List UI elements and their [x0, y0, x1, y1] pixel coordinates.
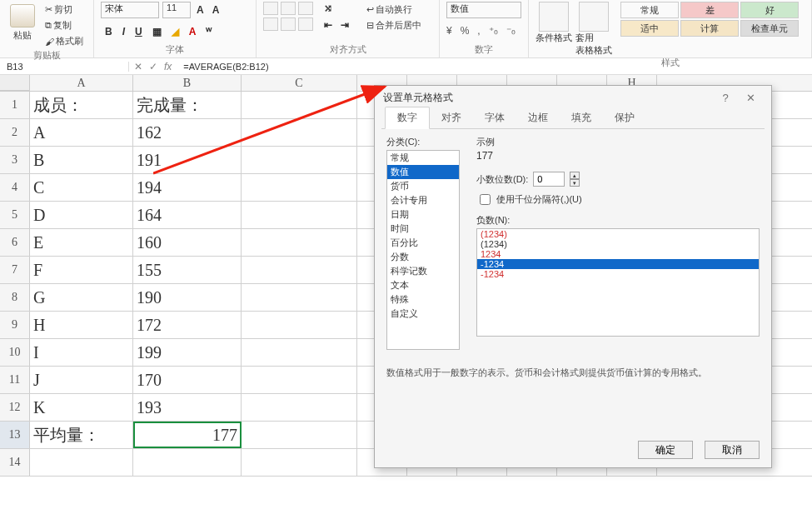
cell[interactable]: [242, 202, 357, 228]
category-item[interactable]: 日期: [387, 207, 459, 222]
font-name-select[interactable]: 宋体: [101, 2, 159, 18]
cell[interactable]: 177: [133, 422, 242, 448]
fill-color-button[interactable]: ◢: [169, 25, 182, 38]
decrease-decimal-button[interactable]: ⁻₀: [506, 25, 516, 37]
decimals-down-button[interactable]: ▾: [570, 179, 580, 187]
category-item[interactable]: 货币: [387, 179, 459, 193]
category-item[interactable]: 科学记数: [387, 264, 459, 278]
cell[interactable]: 172: [133, 312, 242, 338]
cell[interactable]: 成员：: [30, 92, 133, 118]
cell[interactable]: [242, 449, 357, 476]
negatives-list[interactable]: (1234)(1234)1234-1234-1234: [476, 228, 760, 337]
negative-format-item[interactable]: 1234: [477, 249, 759, 259]
cell[interactable]: 199: [133, 339, 242, 366]
font-color-button[interactable]: A: [187, 25, 199, 38]
cell[interactable]: K: [30, 394, 133, 421]
cell[interactable]: [242, 339, 357, 366]
underline-button[interactable]: U: [132, 25, 145, 38]
wrap-text-button[interactable]: ↩ 自动换行: [363, 2, 425, 17]
cell[interactable]: [242, 92, 357, 118]
cell[interactable]: [30, 449, 133, 476]
tab-对齐[interactable]: 对齐: [430, 107, 473, 128]
cell[interactable]: 平均量：: [30, 422, 133, 448]
number-format-select[interactable]: 数值: [446, 2, 521, 18]
cell[interactable]: C: [30, 174, 133, 201]
tab-填充[interactable]: 填充: [560, 107, 603, 128]
cell[interactable]: [242, 394, 357, 421]
comma-button[interactable]: ,: [477, 25, 480, 37]
select-all-corner[interactable]: [0, 75, 30, 91]
fx-icon[interactable]: fx: [164, 61, 172, 72]
category-item[interactable]: 会计专用: [387, 193, 459, 207]
cell[interactable]: 170: [133, 367, 242, 393]
column-header-C[interactable]: C: [242, 75, 357, 91]
orientation-button[interactable]: ⤭: [321, 2, 351, 15]
bold-button[interactable]: B: [102, 25, 115, 38]
align-center-button[interactable]: [281, 17, 296, 31]
cell[interactable]: H: [30, 312, 133, 338]
border-button[interactable]: ▦: [150, 25, 164, 38]
decimals-up-button[interactable]: ▴: [570, 172, 580, 179]
cancel-button[interactable]: 取消: [705, 441, 760, 459]
row-header[interactable]: 7: [0, 257, 30, 283]
italic-button[interactable]: I: [120, 25, 127, 38]
cell[interactable]: 191: [133, 147, 242, 173]
cell-style-normal[interactable]: 常规: [620, 2, 679, 18]
increase-indent-button[interactable]: ⇥: [338, 18, 351, 32]
tab-边框[interactable]: 边框: [516, 107, 560, 128]
category-item[interactable]: 百分比: [387, 236, 459, 250]
row-header[interactable]: 13: [0, 422, 30, 448]
cell[interactable]: [242, 367, 357, 393]
conditional-formatting-button[interactable]: 条件格式: [536, 2, 572, 44]
thousands-separator-checkbox[interactable]: [480, 194, 491, 205]
cell[interactable]: [242, 312, 357, 338]
row-header[interactable]: 4: [0, 174, 30, 201]
dialog-close-button[interactable]: ✕: [738, 92, 763, 104]
cell[interactable]: J: [30, 367, 133, 393]
cut-button[interactable]: ✂ 剪切: [42, 2, 87, 17]
cell[interactable]: D: [30, 202, 133, 228]
cell[interactable]: [242, 147, 357, 173]
cell[interactable]: 193: [133, 394, 242, 421]
cell[interactable]: 162: [133, 119, 242, 146]
row-header[interactable]: 11: [0, 367, 30, 393]
percent-button[interactable]: %: [461, 25, 470, 37]
negative-format-item[interactable]: -1234: [477, 259, 759, 269]
cell[interactable]: [242, 174, 357, 201]
align-right-button[interactable]: [298, 17, 313, 31]
column-header-B[interactable]: B: [133, 75, 242, 91]
column-header-A[interactable]: A: [30, 75, 133, 91]
align-bottom-button[interactable]: [298, 2, 313, 15]
cell[interactable]: 190: [133, 284, 242, 311]
cell[interactable]: [242, 422, 357, 448]
decimals-input[interactable]: [533, 172, 565, 187]
cell[interactable]: [242, 229, 357, 256]
row-header[interactable]: 10: [0, 339, 30, 366]
row-header[interactable]: 6: [0, 229, 30, 256]
font-size-select[interactable]: 11: [162, 2, 191, 18]
negative-format-item[interactable]: -1234: [477, 269, 759, 279]
cell[interactable]: [242, 119, 357, 146]
row-header[interactable]: 3: [0, 147, 30, 173]
cell[interactable]: 155: [133, 257, 242, 283]
formula-input[interactable]: =AVERAGE(B2:B12): [177, 62, 812, 72]
cell[interactable]: I: [30, 339, 133, 366]
cell[interactable]: E: [30, 229, 133, 256]
cell[interactable]: [242, 257, 357, 283]
increase-decimal-button[interactable]: ⁺₀: [489, 25, 498, 37]
paste-button[interactable]: 粘贴: [7, 2, 38, 44]
category-item[interactable]: 特殊: [387, 292, 459, 307]
row-header[interactable]: 2: [0, 119, 30, 146]
category-item[interactable]: 分数: [387, 250, 459, 264]
format-painter-button[interactable]: 🖌 格式刷: [42, 33, 87, 49]
cell[interactable]: 194: [133, 174, 242, 201]
row-header[interactable]: 12: [0, 394, 30, 421]
cell[interactable]: 160: [133, 229, 242, 256]
negative-format-item[interactable]: (1234): [477, 229, 759, 239]
copy-button[interactable]: ⧉ 复制: [42, 17, 87, 33]
ok-button[interactable]: 确定: [638, 441, 693, 459]
row-header[interactable]: 9: [0, 312, 30, 338]
category-item[interactable]: 时间: [387, 222, 459, 236]
row-header[interactable]: 8: [0, 284, 30, 311]
decrease-font-button[interactable]: A: [210, 3, 222, 17]
